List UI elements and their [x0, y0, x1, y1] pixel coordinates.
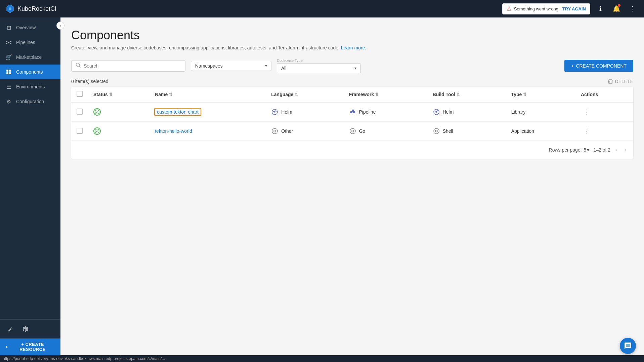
page-description: Create, view, and manage diverse codebas… — [71, 45, 633, 50]
sidebar-item-label-components: Components — [16, 69, 43, 75]
sidebar-item-label-overview: Overview — [16, 25, 36, 30]
error-message: Something went wrong. — [514, 6, 560, 11]
brand-name: KubeRocketCI — [17, 5, 56, 12]
row1-actions-button[interactable]: ⋮ — [581, 107, 593, 117]
svg-point-22 — [274, 131, 275, 131]
build-tool-sort[interactable]: Build Tool ⇅ — [433, 92, 501, 97]
url-text: https://portal-edp-delivery-ms-dev.eks-s… — [3, 356, 165, 361]
row2-build-tool-label: Shell — [443, 128, 453, 134]
row1-status — [88, 102, 149, 122]
configuration-icon: ⚙ — [5, 98, 12, 105]
name-sort[interactable]: Name ⇅ — [155, 92, 260, 97]
create-component-plus-icon: + — [571, 63, 574, 69]
search-input[interactable] — [84, 63, 181, 69]
more-icon: ⋮ — [630, 5, 636, 12]
svg-rect-7 — [9, 70, 11, 72]
chat-fab-button[interactable] — [620, 338, 636, 354]
row2-build-tool-icon — [433, 127, 440, 135]
svg-rect-6 — [6, 70, 8, 72]
error-icon: ⚠ — [507, 6, 511, 12]
svg-point-0 — [9, 7, 11, 10]
col-type: Type ⇅ — [506, 87, 575, 102]
status-sort[interactable]: Status ⇅ — [93, 92, 144, 97]
col-status: Status ⇅ — [88, 87, 149, 102]
create-component-label: CREATE COMPONENT — [576, 63, 627, 69]
settings-icon-button[interactable] — [20, 324, 31, 334]
row1-status-icon — [93, 108, 101, 116]
col-build-tool: Build Tool ⇅ — [427, 87, 506, 102]
row2-status — [88, 122, 149, 141]
language-sort[interactable]: Language ⇅ — [271, 92, 338, 97]
sidebar-nav: ⊞ Overview Pipelines 🛒 Marketplace Compo… — [0, 17, 60, 319]
row1-checkbox[interactable] — [77, 109, 83, 115]
try-again-button[interactable]: TRY AGAIN — [562, 6, 586, 11]
type-sort[interactable]: Type ⇅ — [511, 92, 570, 97]
svg-rect-3 — [8, 42, 9, 43]
row1-name: custom-tekton-chart — [149, 102, 266, 122]
components-table: Status ⇅ Name ⇅ Language — [71, 87, 633, 141]
row2-framework-cell: Go — [349, 127, 422, 135]
col-actions: Actions — [575, 87, 633, 102]
select-all-checkbox[interactable] — [77, 91, 83, 97]
rows-per-page-label: Rows per page: — [549, 147, 582, 153]
svg-rect-9 — [9, 72, 11, 74]
edit-icon-button[interactable] — [5, 324, 16, 334]
row2-language-icon — [271, 127, 278, 135]
col-language: Language ⇅ — [266, 87, 343, 102]
row1-build-tool: Helm — [427, 102, 506, 122]
status-sort-icon: ⇅ — [109, 92, 113, 97]
rows-per-page-chevron-icon: ▾ — [587, 147, 589, 153]
row1-framework-label: Pipeline — [359, 109, 376, 115]
learn-more-link[interactable]: Learn more. — [341, 45, 366, 50]
marketplace-icon: 🛒 — [5, 54, 12, 61]
row2-name-link[interactable]: tekton-hello-world — [155, 128, 192, 134]
row2-actions-button[interactable]: ⋮ — [581, 126, 593, 136]
create-resource-button[interactable]: + + CREATE RESOURCE — [0, 338, 60, 355]
sidebar-item-overview[interactable]: ⊞ Overview — [0, 20, 60, 35]
codebase-type-value: All — [281, 66, 287, 71]
row1-framework: Pipeline — [344, 102, 427, 122]
info-icon: ℹ — [599, 5, 602, 12]
sidebar-item-pipelines[interactable]: Pipelines — [0, 35, 60, 50]
sidebar-item-environments[interactable]: ☰ Environments — [0, 79, 60, 94]
info-button[interactable]: ℹ — [594, 3, 606, 15]
codebase-type-select[interactable]: All ▾ — [277, 63, 361, 73]
sidebar-item-marketplace[interactable]: 🛒 Marketplace — [0, 50, 60, 65]
sidebar: ‹ ⊞ Overview Pipelines 🛒 Marketplace — [0, 17, 60, 355]
sidebar-collapse-button[interactable]: ‹ — [56, 22, 65, 30]
row2-framework-label: Go — [359, 128, 366, 134]
rows-per-page-select[interactable]: 5 ▾ — [584, 147, 590, 153]
namespace-select[interactable]: Namespaces ▾ — [191, 61, 271, 71]
svg-rect-2 — [6, 43, 7, 44]
sidebar-item-configuration[interactable]: ⚙ Configuration — [0, 94, 60, 109]
select-all-header — [71, 87, 88, 102]
row2-status-icon — [93, 127, 101, 135]
svg-point-18 — [436, 111, 437, 113]
create-component-button[interactable]: + CREATE COMPONENT — [564, 60, 633, 72]
next-page-button[interactable]: › — [623, 145, 628, 155]
codebase-type-container: Codebase Type All ▾ — [277, 58, 361, 73]
row1-language-label: Helm — [281, 109, 292, 115]
notification-dot — [618, 4, 620, 7]
create-resource-plus-icon: + — [5, 345, 8, 350]
sidebar-item-label-marketplace: Marketplace — [16, 54, 42, 60]
table-row: tekton-hello-world Other — [71, 122, 633, 141]
row2-checkbox[interactable] — [77, 128, 83, 134]
row1-framework-icon — [349, 108, 356, 116]
sidebar-item-components[interactable]: Components — [0, 65, 60, 79]
brand-icon — [5, 4, 15, 13]
row2-framework-icon — [349, 127, 356, 135]
svg-point-25 — [352, 131, 353, 131]
row1-build-tool-cell: Helm — [433, 108, 501, 116]
framework-sort[interactable]: Framework ⇅ — [349, 92, 422, 97]
pagination: Rows per page: 5 ▾ 1–2 of 2 ‹ › — [71, 141, 633, 159]
navbar-right: ⚠ Something went wrong. TRY AGAIN ℹ 🔔 ⋮ — [502, 3, 639, 15]
overview-icon: ⊞ — [5, 24, 12, 31]
row1-checkbox-cell — [71, 102, 88, 122]
row1-name-link[interactable]: custom-tekton-chart — [155, 109, 201, 115]
notifications-button[interactable]: 🔔 — [610, 3, 622, 15]
delete-button[interactable]: DELETE — [608, 79, 633, 84]
row2-build-tool: Shell — [427, 122, 506, 141]
more-menu-button[interactable]: ⋮ — [627, 3, 639, 15]
prev-page-button[interactable]: ‹ — [614, 145, 619, 155]
